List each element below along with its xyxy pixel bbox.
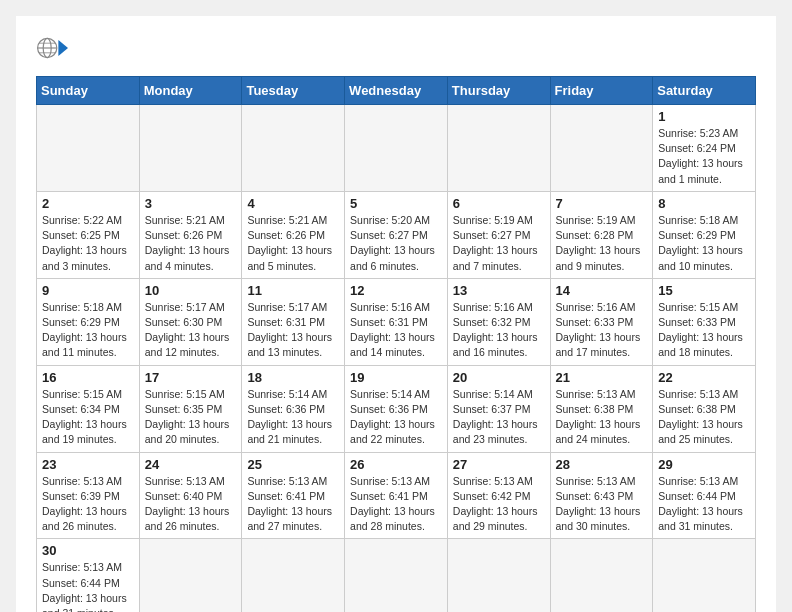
day-cell: 5Sunrise: 5:20 AM Sunset: 6:27 PM Daylig… bbox=[345, 191, 448, 278]
week-row-1: 1Sunrise: 5:23 AM Sunset: 6:24 PM Daylig… bbox=[37, 105, 756, 192]
day-cell: 13Sunrise: 5:16 AM Sunset: 6:32 PM Dayli… bbox=[447, 278, 550, 365]
day-info: Sunrise: 5:18 AM Sunset: 6:29 PM Dayligh… bbox=[42, 300, 134, 361]
day-number: 21 bbox=[556, 370, 648, 385]
day-cell: 17Sunrise: 5:15 AM Sunset: 6:35 PM Dayli… bbox=[139, 365, 242, 452]
day-info: Sunrise: 5:15 AM Sunset: 6:34 PM Dayligh… bbox=[42, 387, 134, 448]
day-info: Sunrise: 5:20 AM Sunset: 6:27 PM Dayligh… bbox=[350, 213, 442, 274]
day-info: Sunrise: 5:16 AM Sunset: 6:31 PM Dayligh… bbox=[350, 300, 442, 361]
day-info: Sunrise: 5:13 AM Sunset: 6:42 PM Dayligh… bbox=[453, 474, 545, 535]
day-info: Sunrise: 5:19 AM Sunset: 6:28 PM Dayligh… bbox=[556, 213, 648, 274]
day-info: Sunrise: 5:13 AM Sunset: 6:38 PM Dayligh… bbox=[556, 387, 648, 448]
day-cell: 9Sunrise: 5:18 AM Sunset: 6:29 PM Daylig… bbox=[37, 278, 140, 365]
day-info: Sunrise: 5:23 AM Sunset: 6:24 PM Dayligh… bbox=[658, 126, 750, 187]
day-cell: 30Sunrise: 5:13 AM Sunset: 6:44 PM Dayli… bbox=[37, 539, 140, 612]
day-number: 1 bbox=[658, 109, 750, 124]
day-cell: 19Sunrise: 5:14 AM Sunset: 6:36 PM Dayli… bbox=[345, 365, 448, 452]
day-number: 19 bbox=[350, 370, 442, 385]
day-number: 6 bbox=[453, 196, 545, 211]
weekday-wednesday: Wednesday bbox=[345, 77, 448, 105]
day-number: 8 bbox=[658, 196, 750, 211]
day-info: Sunrise: 5:13 AM Sunset: 6:39 PM Dayligh… bbox=[42, 474, 134, 535]
day-cell bbox=[345, 539, 448, 612]
day-number: 18 bbox=[247, 370, 339, 385]
day-number: 22 bbox=[658, 370, 750, 385]
day-number: 25 bbox=[247, 457, 339, 472]
day-info: Sunrise: 5:17 AM Sunset: 6:30 PM Dayligh… bbox=[145, 300, 237, 361]
day-cell: 25Sunrise: 5:13 AM Sunset: 6:41 PM Dayli… bbox=[242, 452, 345, 539]
day-number: 23 bbox=[42, 457, 134, 472]
day-number: 16 bbox=[42, 370, 134, 385]
day-info: Sunrise: 5:15 AM Sunset: 6:33 PM Dayligh… bbox=[658, 300, 750, 361]
day-info: Sunrise: 5:13 AM Sunset: 6:40 PM Dayligh… bbox=[145, 474, 237, 535]
day-info: Sunrise: 5:22 AM Sunset: 6:25 PM Dayligh… bbox=[42, 213, 134, 274]
day-cell: 28Sunrise: 5:13 AM Sunset: 6:43 PM Dayli… bbox=[550, 452, 653, 539]
day-cell: 6Sunrise: 5:19 AM Sunset: 6:27 PM Daylig… bbox=[447, 191, 550, 278]
weekday-monday: Monday bbox=[139, 77, 242, 105]
day-cell: 24Sunrise: 5:13 AM Sunset: 6:40 PM Dayli… bbox=[139, 452, 242, 539]
day-number: 20 bbox=[453, 370, 545, 385]
day-number: 3 bbox=[145, 196, 237, 211]
day-info: Sunrise: 5:13 AM Sunset: 6:44 PM Dayligh… bbox=[42, 560, 134, 612]
day-cell: 12Sunrise: 5:16 AM Sunset: 6:31 PM Dayli… bbox=[345, 278, 448, 365]
header bbox=[36, 32, 756, 64]
day-cell: 16Sunrise: 5:15 AM Sunset: 6:34 PM Dayli… bbox=[37, 365, 140, 452]
day-info: Sunrise: 5:14 AM Sunset: 6:36 PM Dayligh… bbox=[247, 387, 339, 448]
day-number: 2 bbox=[42, 196, 134, 211]
day-cell: 7Sunrise: 5:19 AM Sunset: 6:28 PM Daylig… bbox=[550, 191, 653, 278]
day-number: 14 bbox=[556, 283, 648, 298]
day-cell bbox=[139, 105, 242, 192]
day-number: 28 bbox=[556, 457, 648, 472]
day-cell: 21Sunrise: 5:13 AM Sunset: 6:38 PM Dayli… bbox=[550, 365, 653, 452]
day-cell bbox=[653, 539, 756, 612]
calendar-table: SundayMondayTuesdayWednesdayThursdayFrid… bbox=[36, 76, 756, 612]
day-info: Sunrise: 5:14 AM Sunset: 6:37 PM Dayligh… bbox=[453, 387, 545, 448]
day-info: Sunrise: 5:19 AM Sunset: 6:27 PM Dayligh… bbox=[453, 213, 545, 274]
day-cell: 22Sunrise: 5:13 AM Sunset: 6:38 PM Dayli… bbox=[653, 365, 756, 452]
day-cell bbox=[242, 105, 345, 192]
day-info: Sunrise: 5:16 AM Sunset: 6:32 PM Dayligh… bbox=[453, 300, 545, 361]
week-row-6: 30Sunrise: 5:13 AM Sunset: 6:44 PM Dayli… bbox=[37, 539, 756, 612]
day-number: 9 bbox=[42, 283, 134, 298]
week-row-2: 2Sunrise: 5:22 AM Sunset: 6:25 PM Daylig… bbox=[37, 191, 756, 278]
day-cell: 4Sunrise: 5:21 AM Sunset: 6:26 PM Daylig… bbox=[242, 191, 345, 278]
logo bbox=[36, 32, 72, 64]
weekday-friday: Friday bbox=[550, 77, 653, 105]
day-number: 11 bbox=[247, 283, 339, 298]
svg-marker-5 bbox=[58, 40, 68, 56]
day-cell bbox=[550, 105, 653, 192]
week-row-4: 16Sunrise: 5:15 AM Sunset: 6:34 PM Dayli… bbox=[37, 365, 756, 452]
day-info: Sunrise: 5:21 AM Sunset: 6:26 PM Dayligh… bbox=[145, 213, 237, 274]
day-cell: 20Sunrise: 5:14 AM Sunset: 6:37 PM Dayli… bbox=[447, 365, 550, 452]
day-info: Sunrise: 5:17 AM Sunset: 6:31 PM Dayligh… bbox=[247, 300, 339, 361]
weekday-header-row: SundayMondayTuesdayWednesdayThursdayFrid… bbox=[37, 77, 756, 105]
calendar-container: SundayMondayTuesdayWednesdayThursdayFrid… bbox=[16, 16, 776, 612]
day-cell bbox=[139, 539, 242, 612]
day-number: 26 bbox=[350, 457, 442, 472]
day-cell: 14Sunrise: 5:16 AM Sunset: 6:33 PM Dayli… bbox=[550, 278, 653, 365]
day-number: 15 bbox=[658, 283, 750, 298]
day-number: 27 bbox=[453, 457, 545, 472]
week-row-3: 9Sunrise: 5:18 AM Sunset: 6:29 PM Daylig… bbox=[37, 278, 756, 365]
weekday-saturday: Saturday bbox=[653, 77, 756, 105]
day-number: 30 bbox=[42, 543, 134, 558]
week-row-5: 23Sunrise: 5:13 AM Sunset: 6:39 PM Dayli… bbox=[37, 452, 756, 539]
weekday-thursday: Thursday bbox=[447, 77, 550, 105]
day-number: 4 bbox=[247, 196, 339, 211]
day-info: Sunrise: 5:13 AM Sunset: 6:41 PM Dayligh… bbox=[247, 474, 339, 535]
day-cell: 3Sunrise: 5:21 AM Sunset: 6:26 PM Daylig… bbox=[139, 191, 242, 278]
day-number: 12 bbox=[350, 283, 442, 298]
day-cell: 27Sunrise: 5:13 AM Sunset: 6:42 PM Dayli… bbox=[447, 452, 550, 539]
day-number: 5 bbox=[350, 196, 442, 211]
day-info: Sunrise: 5:15 AM Sunset: 6:35 PM Dayligh… bbox=[145, 387, 237, 448]
day-info: Sunrise: 5:18 AM Sunset: 6:29 PM Dayligh… bbox=[658, 213, 750, 274]
day-number: 13 bbox=[453, 283, 545, 298]
day-cell bbox=[345, 105, 448, 192]
general-blue-icon bbox=[36, 32, 68, 64]
day-cell: 23Sunrise: 5:13 AM Sunset: 6:39 PM Dayli… bbox=[37, 452, 140, 539]
day-info: Sunrise: 5:13 AM Sunset: 6:44 PM Dayligh… bbox=[658, 474, 750, 535]
day-number: 17 bbox=[145, 370, 237, 385]
day-cell: 15Sunrise: 5:15 AM Sunset: 6:33 PM Dayli… bbox=[653, 278, 756, 365]
day-info: Sunrise: 5:13 AM Sunset: 6:43 PM Dayligh… bbox=[556, 474, 648, 535]
day-cell bbox=[37, 105, 140, 192]
day-cell: 1Sunrise: 5:23 AM Sunset: 6:24 PM Daylig… bbox=[653, 105, 756, 192]
